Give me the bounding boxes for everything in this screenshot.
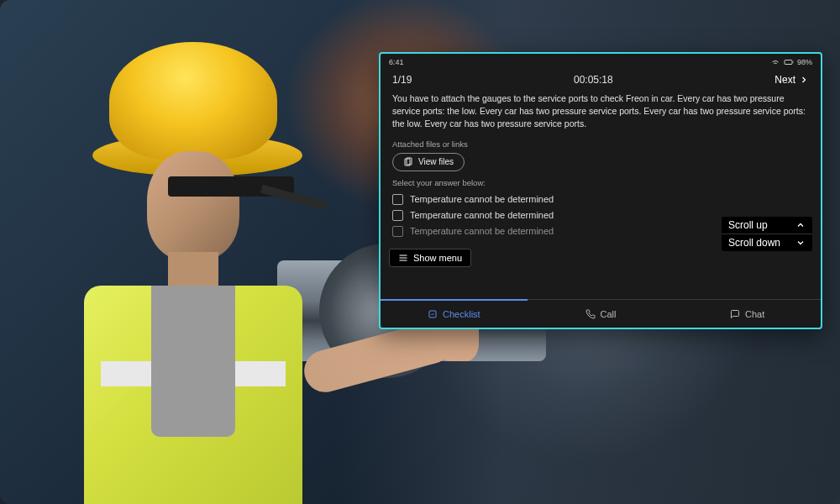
content-area: You have to attach the gauges to the ser… [381, 92, 821, 299]
worker-figure [25, 42, 344, 504]
scroll-down-label: Scroll down [728, 237, 780, 249]
step-progress: 1/19 [392, 74, 412, 86]
status-time: 6:41 [389, 58, 404, 66]
answer-option[interactable]: Temperature cannot be determined [392, 192, 809, 207]
checklist-icon [428, 309, 438, 319]
attached-files-label: Attached files or links [392, 139, 809, 149]
phone-icon [585, 309, 596, 319]
next-button-label: Next [774, 74, 795, 86]
chevron-down-icon [795, 238, 806, 248]
scroll-down-button[interactable]: Scroll down [722, 234, 812, 251]
ar-overlay-panel: 6:41 98% 1/19 00:05:18 Next You have to … [379, 52, 822, 329]
status-bar: 6:41 98% [381, 54, 821, 69]
svg-rect-0 [785, 60, 792, 65]
tab-chat-label: Chat [745, 309, 764, 319]
scroll-up-button[interactable]: Scroll up [722, 217, 812, 234]
instruction-text: You have to attach the gauges to the ser… [392, 92, 809, 131]
hardhat [109, 42, 277, 160]
answer-option-label: Temperature cannot be determined [410, 194, 554, 204]
worker-head [147, 151, 239, 260]
scroll-hint: Scroll up Scroll down [722, 217, 812, 251]
tab-call[interactable]: Call [528, 300, 675, 328]
checkbox-icon[interactable] [392, 194, 403, 205]
view-files-button[interactable]: View files [392, 153, 465, 171]
scroll-up-label: Scroll up [728, 219, 768, 231]
answer-option-label: Temperature cannot be determined [410, 210, 554, 220]
show-menu-button[interactable]: Show menu [389, 249, 471, 267]
battery-icon [784, 57, 794, 67]
bottom-tab-bar: Checklist Call Chat [381, 299, 821, 328]
tab-checklist[interactable]: Checklist [381, 299, 528, 328]
menu-icon [398, 253, 408, 263]
tab-call-label: Call [601, 309, 617, 319]
tab-chat[interactable]: Chat [674, 300, 821, 328]
topbar: 1/19 00:05:18 Next [381, 69, 821, 92]
chevron-up-icon [795, 220, 806, 230]
show-menu-label: Show menu [413, 253, 462, 263]
answer-option-label: Temperature cannot be determined [410, 226, 554, 236]
battery-pct: 98% [797, 58, 812, 66]
files-icon [403, 157, 413, 167]
wifi-icon [770, 57, 780, 67]
next-button[interactable]: Next [774, 74, 809, 86]
chat-icon [730, 309, 740, 319]
glasses-arm [260, 185, 328, 210]
checkbox-icon[interactable] [392, 210, 403, 221]
elapsed-timer: 00:05:18 [574, 74, 613, 86]
view-files-label: View files [418, 157, 454, 166]
tab-checklist-label: Checklist [443, 309, 480, 319]
worker-tshirt [151, 286, 235, 437]
checkbox-icon[interactable] [392, 226, 403, 237]
answer-section-label: Select your answer below: [392, 178, 809, 187]
chevron-right-icon [799, 75, 809, 85]
